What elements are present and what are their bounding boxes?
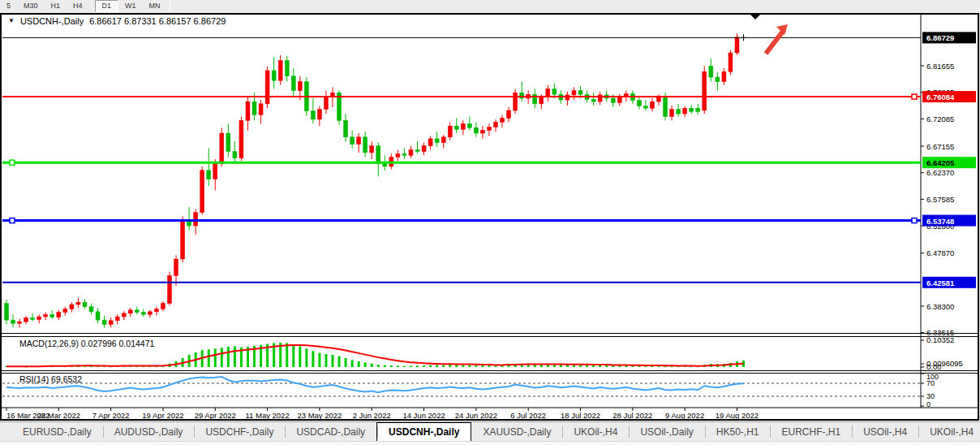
candle-body — [428, 139, 432, 146]
date-axis-label: 11 May 2022 — [245, 411, 289, 420]
candle-body — [226, 133, 230, 152]
chart-title-row: ▼ USDCNH-,Daily 6.86617 6.87331 6.86157 … — [8, 16, 226, 26]
rsi-axis-label: 0 — [926, 400, 931, 408]
candle-body — [181, 220, 185, 259]
candle-body — [122, 313, 126, 317]
price-axis-label: 6.38300 — [926, 302, 954, 311]
price-badge-text: 6.86729 — [926, 33, 954, 42]
triangle-marker-icon[interactable] — [750, 14, 761, 19]
candle-body — [722, 71, 726, 81]
candle-body — [507, 110, 511, 119]
macd-histogram-bar — [299, 346, 301, 367]
rsi-axis: 10070300 — [921, 373, 939, 408]
hline-handle-right[interactable] — [912, 218, 917, 223]
macd-histogram-bar — [292, 344, 294, 367]
date-axis-label: 19 Apr 2022 — [142, 411, 183, 420]
candle-body — [154, 309, 158, 311]
macd-histogram-bar — [286, 343, 288, 367]
candle-body — [552, 89, 557, 94]
candle-body — [480, 131, 484, 133]
candle-body — [83, 302, 87, 306]
candle-body — [402, 153, 406, 155]
candle-body — [637, 101, 641, 106]
candle-body — [115, 317, 119, 321]
macd-histogram-bar — [416, 365, 419, 367]
candle-body — [246, 102, 250, 120]
macd-histogram-bar — [442, 365, 445, 367]
candle-body — [703, 71, 707, 110]
candle-body — [611, 98, 615, 102]
candle-body — [578, 90, 582, 94]
macd-histogram-bar — [397, 365, 399, 367]
candle-body — [370, 146, 374, 153]
macd-histogram-bar — [651, 366, 653, 367]
hline-handle-left[interactable] — [10, 160, 15, 165]
candle-body — [220, 133, 224, 164]
price-axis-label: 6.81655 — [926, 62, 954, 71]
date-axis-label: 18 Jul 2022 — [561, 411, 600, 420]
date-axis: 16 Mar 202228 Mar 20227 Apr 202219 Apr 2… — [6, 408, 759, 420]
candle-body — [259, 104, 263, 115]
candle-body — [396, 153, 400, 157]
macd-histogram-bar — [410, 366, 412, 367]
candle-body — [357, 137, 361, 145]
date-axis-label: 7 Apr 2022 — [92, 411, 130, 420]
candle-body — [501, 119, 505, 123]
price-badge-text: 6.53748 — [926, 217, 954, 226]
candle-body — [591, 99, 595, 102]
macd-histogram-bar — [351, 360, 354, 367]
price-axis-label: 6.47870 — [926, 248, 954, 257]
candle-body — [494, 122, 498, 127]
macd-histogram-bar — [475, 365, 477, 367]
candle-body — [716, 77, 720, 81]
candle-body — [324, 96, 328, 109]
candle-body — [514, 93, 518, 110]
candle-body — [709, 66, 713, 77]
candle-body — [200, 171, 204, 213]
candle-body — [454, 126, 458, 129]
macd-axis-label: 0.10352 — [926, 335, 954, 344]
candle-body — [161, 304, 165, 309]
date-axis-label: 23 May 2022 — [297, 411, 342, 420]
macd-histogram-bar — [449, 365, 451, 367]
candle-body — [135, 310, 139, 313]
candle-body — [311, 111, 315, 119]
macd-histogram-bar — [371, 364, 373, 367]
macd-histogram-bar — [338, 356, 341, 367]
macd-histogram-bar — [455, 365, 458, 367]
chart-collapse-triangle-icon[interactable]: ▼ — [8, 17, 15, 24]
date-axis-label: 19 Aug 2022 — [716, 411, 759, 420]
rsi-label: RSI(14) 69.6532 — [19, 374, 82, 384]
candle-body — [239, 120, 243, 158]
macd-histogram-bar — [468, 365, 471, 367]
macd-histogram-bar — [208, 349, 210, 367]
candle-body — [102, 320, 106, 324]
chart-ohlc-values: 6.86617 6.87331 6.86157 6.86729 — [89, 16, 226, 26]
date-axis-label: 9 Aug 2022 — [665, 411, 704, 420]
candle-body — [285, 61, 289, 76]
price-badge-6.53748: 6.53748 — [922, 215, 976, 227]
candle-body — [441, 137, 445, 143]
macd-histogram-bar — [377, 365, 380, 367]
hline-handle-right[interactable] — [912, 94, 917, 99]
candle-body — [533, 94, 537, 104]
candle-body — [729, 53, 733, 71]
macd-histogram-bar — [234, 346, 236, 367]
candle-body — [670, 110, 674, 117]
candle-body — [57, 313, 61, 318]
trend-arrow-annotation[interactable] — [766, 24, 788, 54]
macd-histogram-bar — [384, 365, 386, 367]
candle-body — [24, 318, 28, 322]
macd-histogram-bar — [318, 353, 320, 367]
candle-body — [141, 313, 145, 315]
macd-histogram-bar — [364, 362, 367, 367]
candle-body — [63, 309, 67, 312]
candle-body — [31, 318, 35, 319]
candle-body — [11, 320, 15, 323]
macd-histogram-bar — [664, 366, 667, 367]
hline-handle-left[interactable] — [10, 218, 15, 223]
macd-axis-label: 0.0096095 — [926, 359, 963, 368]
candle-body — [213, 164, 217, 179]
candle-body — [70, 305, 74, 309]
macd-histogram-bar — [305, 348, 307, 367]
